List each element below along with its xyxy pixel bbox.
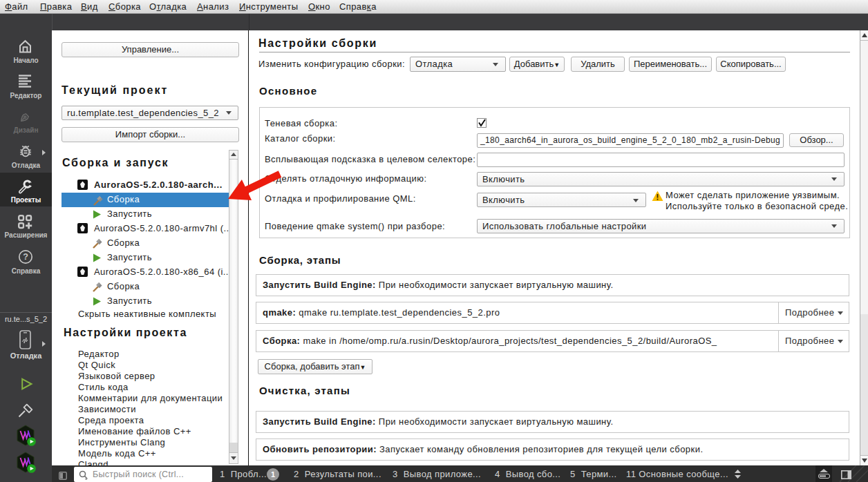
svg-text:?: ? — [23, 252, 28, 262]
